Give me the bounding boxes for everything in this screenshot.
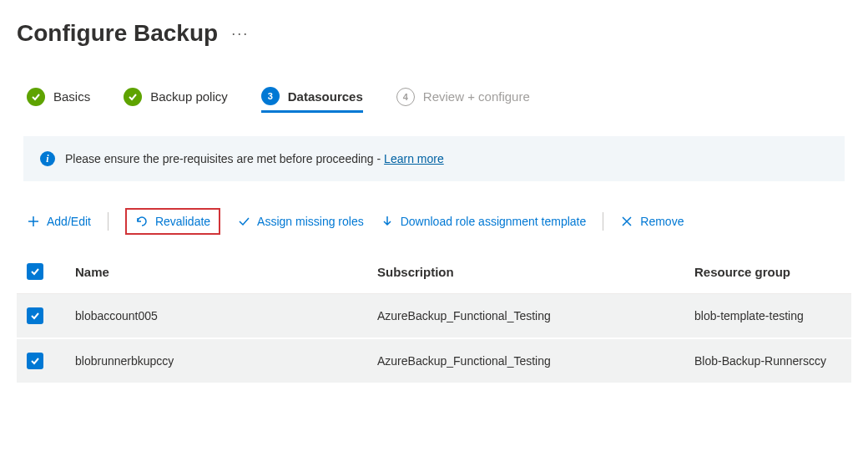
tab-datasources[interactable]: 3 Datasources [261,87,363,113]
remove-button[interactable]: Remove [620,215,684,228]
info-text: Please ensure the pre-requisites are met… [65,152,444,165]
check-icon [124,88,142,106]
step-number-icon: 3 [261,87,280,105]
check-icon [237,215,250,228]
row-subscription: AzureBackup_Functional_Testing [377,309,694,322]
button-label: Assign missing roles [257,215,364,228]
row-name: blobrunnerbkupccy [68,354,377,368]
refresh-icon [135,215,149,228]
info-icon: i [40,151,55,166]
check-icon [27,88,45,106]
row-name: blobaccount005 [68,309,377,322]
x-icon [620,215,633,228]
tab-basics[interactable]: Basics [27,88,90,113]
row-resource-group: Blob-Backup-Runnersccy [694,354,841,368]
row-checkbox[interactable] [27,307,43,324]
step-number-icon: 4 [396,88,415,106]
wizard-tabs: Basics Backup policy 3 Datasources 4 Rev… [17,53,851,113]
revalidate-button[interactable]: Revalidate [125,208,220,235]
info-banner-text: Please ensure the pre-requisites are met… [65,152,384,165]
name-header: Name [68,265,377,279]
plus-icon [27,215,40,228]
button-label: Add/Edit [47,215,91,228]
tab-backup-policy[interactable]: Backup policy [124,88,228,113]
toolbar: Add/Edit Revalidate Assign missing roles… [17,181,851,250]
tab-label: Review + configure [423,89,530,104]
tab-label: Backup policy [150,89,228,104]
download-template-button[interactable]: Download role assignment template [381,215,587,228]
table-header-row: Name Subscription Resource group [17,250,851,294]
assign-missing-roles-button[interactable]: Assign missing roles [237,215,364,228]
download-icon [381,215,394,228]
button-label: Download role assignment template [401,215,587,228]
tab-review-configure: 4 Review + configure [396,88,530,113]
row-checkbox[interactable] [27,353,43,369]
table-row[interactable]: blobrunnerbkupccy AzureBackup_Functional… [17,339,851,384]
tab-label: Basics [53,89,90,104]
button-label: Remove [640,215,684,228]
separator [603,212,603,231]
resource-group-header: Resource group [694,265,841,279]
select-all-checkbox[interactable] [27,263,43,280]
datasources-table: Name Subscription Resource group blobacc… [17,250,851,384]
table-row[interactable]: blobaccount005 AzureBackup_Functional_Te… [17,294,851,339]
add-edit-button[interactable]: Add/Edit [27,215,91,228]
learn-more-link[interactable]: Learn more [384,152,444,165]
separator [108,212,108,231]
more-actions-icon[interactable]: ··· [231,25,249,43]
row-resource-group: blob-template-testing [694,309,841,322]
tab-label: Datasources [288,89,363,104]
row-subscription: AzureBackup_Functional_Testing [377,354,694,368]
button-label: Revalidate [155,215,210,228]
page-title: Configure Backup [17,20,218,47]
subscription-header: Subscription [377,265,694,279]
info-banner: i Please ensure the pre-requisites are m… [23,136,845,181]
